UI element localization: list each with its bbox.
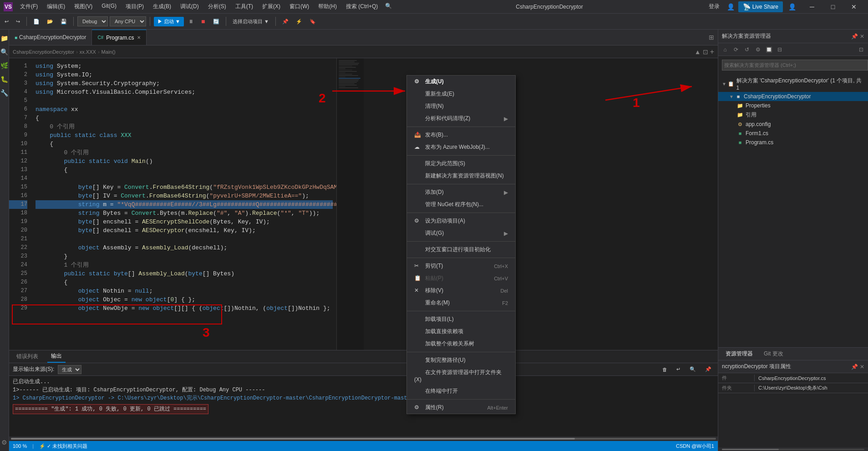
output-scrollbar[interactable] — [9, 436, 718, 441]
project-node[interactable]: ▼ ■ CsharpEncryptionDecryptor — [718, 92, 868, 101]
properties-pin-button[interactable]: 📌 — [851, 364, 858, 370]
activity-search[interactable]: 🔍 — [0, 45, 9, 59]
properties-scrollbar[interactable] — [718, 447, 868, 451]
start-button[interactable]: ▶ 启动 ▼ — [154, 17, 184, 26]
activity-extensions[interactable]: 🔧 — [0, 86, 9, 100]
menu-window[interactable]: 窗口(W) — [286, 1, 313, 12]
ctx-publish-azure[interactable]: ☁发布为 Azure WebJob(J)... — [407, 141, 515, 153]
stop-button[interactable]: ⏹ — [198, 17, 208, 25]
project-tab[interactable]: ■ CsharpEncryptionDecryptor — [9, 30, 92, 45]
problems-status[interactable]: ⚡ ✓ 未找到相关问题 — [39, 443, 87, 450]
code-content[interactable]: using System; using System.IO; using Sys… — [32, 58, 336, 350]
ctx-analyze[interactable]: 分析和代码清理(Z) ▶ — [407, 112, 515, 125]
ctx-rename[interactable]: 重命名(M) F2 — [407, 297, 515, 309]
ctx-set-startup[interactable]: ⚙设为启动项目(A) — [407, 215, 515, 227]
tab-output[interactable]: 输出 — [47, 350, 66, 363]
ctx-new-view[interactable]: 新建解决方案资源管理器视图(N) — [407, 170, 515, 182]
open-button[interactable]: 📂 — [44, 17, 56, 26]
profiler-button[interactable]: ⚡ — [293, 17, 305, 26]
tab-close-button[interactable]: ✕ — [137, 35, 141, 40]
find-in-output-button[interactable]: 🔍 — [687, 365, 699, 374]
menu-help[interactable]: 帮助(H) — [315, 1, 340, 12]
breadcrumb-method[interactable]: Main() — [102, 49, 116, 55]
ctx-publish[interactable]: 📤发布(B)... — [407, 129, 515, 141]
program-node[interactable]: ■ Program.cs — [718, 138, 868, 147]
ctx-load-deps[interactable]: 加载直接依赖项 — [407, 325, 515, 338]
collapse-panel-button[interactable]: ▲ — [695, 48, 701, 56]
live-share-button[interactable]: 📡 Live Share — [738, 1, 783, 12]
ctx-debug[interactable]: 调试(G) ▶ — [407, 227, 515, 239]
ctx-build[interactable]: ⚙生成(U) — [407, 76, 515, 88]
ctx-scope[interactable]: 限定为此范围(S) — [407, 157, 515, 170]
code-editor[interactable]: 1 2 3 4 5 6 7 8 9 10 11 12 13 14 15 16 1 — [9, 58, 364, 350]
maximize-button[interactable]: □ — [822, 0, 843, 14]
ctx-load-all-deps[interactable]: 加载整个依赖关系树 — [407, 338, 515, 350]
lock-output-button[interactable]: 📌 — [702, 365, 714, 374]
ctx-init-interactive[interactable]: 对交互窗口进行项目初始化 — [407, 243, 515, 256]
close-editor-button[interactable]: + — [710, 48, 714, 56]
appconfig-node[interactable]: ⚙ app.config — [718, 120, 868, 129]
debug-config-select[interactable]: Debug — [77, 16, 108, 26]
ctx-clean[interactable]: 清理(N) — [407, 100, 515, 112]
attach-button[interactable]: 📌 — [279, 17, 291, 26]
menu-edit[interactable]: 编辑(E) — [43, 1, 69, 12]
menu-build[interactable]: 生成(B) — [149, 1, 175, 12]
properties-node[interactable]: 📁 Properties — [718, 101, 868, 110]
solution-refresh-button[interactable]: ↺ — [742, 45, 752, 55]
solution-maximize-button[interactable]: ⊡ — [856, 45, 866, 55]
encoding-status[interactable]: CSDN @W小司1 — [676, 443, 714, 450]
menu-project[interactable]: 项目(P) — [122, 1, 147, 12]
zoom-status[interactable]: 100 % — [13, 443, 27, 449]
activity-debug[interactable]: 🐛 — [0, 72, 9, 86]
undo-button[interactable]: ↩ — [2, 17, 11, 26]
solution-node[interactable]: ▼ 📋 解决方案 'CsharpEncryptionDecryptor' (1 … — [718, 76, 868, 92]
tab-git-changes[interactable]: Git 更改 — [760, 348, 787, 360]
maximize-editor-button[interactable]: ⊡ — [703, 48, 708, 56]
menu-tools[interactable]: 工具(T) — [232, 1, 257, 12]
properties-scroll-thumb[interactable] — [722, 449, 779, 450]
solution-search-input[interactable] — [722, 60, 868, 71]
ctx-remove[interactable]: ✕移除(V) Del — [407, 284, 515, 297]
menu-analyze[interactable]: 分析(S) — [204, 1, 230, 12]
activity-settings[interactable]: ⚙ — [0, 436, 9, 449]
bookmark-button[interactable]: 🔖 — [307, 17, 319, 26]
output-source-select[interactable]: 生成 — [58, 365, 81, 374]
redo-button[interactable]: ↪ — [13, 17, 23, 26]
activity-git[interactable]: 🌿 — [0, 59, 9, 72]
menu-extensions[interactable]: 扩展(X) — [259, 1, 284, 12]
form1-node[interactable]: ■ Form1.cs — [718, 129, 868, 138]
select-startup-button[interactable]: 选择启动项目 ▼ — [230, 17, 272, 26]
scrollbar-thumb[interactable] — [11, 438, 575, 440]
menu-search[interactable]: 搜索 (Ctrl+Q) — [342, 1, 381, 12]
menu-file[interactable]: 文件(F) — [16, 1, 41, 12]
sign-in-button[interactable]: 登录 — [705, 1, 723, 12]
ctx-unload[interactable]: 卸载项目(L) — [407, 313, 515, 325]
solution-sync-button[interactable]: ⟳ — [731, 45, 741, 55]
ctx-cut[interactable]: ✂剪切(T) Ctrl+X — [407, 260, 515, 272]
ctx-properties[interactable]: ⚙属性(R) Alt+Enter — [407, 401, 515, 414]
breadcrumb-namespace[interactable]: xx.XXX — [80, 49, 96, 55]
solution-view-button[interactable]: 🔲 — [764, 45, 774, 55]
tab-program-cs[interactable]: C# Program.cs ✕ — [92, 30, 146, 45]
ctx-open-terminal[interactable]: 在终端中打开 — [407, 385, 515, 397]
menu-view[interactable]: 视图(V) — [71, 1, 96, 12]
split-editor-button[interactable]: ⊞ — [709, 34, 714, 41]
ctx-paste[interactable]: 📋粘贴(P) Ctrl+V — [407, 272, 515, 284]
ctx-copy-path[interactable]: 复制完整路径(U) — [407, 354, 515, 366]
solution-settings-button[interactable]: ⚙ — [753, 45, 763, 55]
tab-resource-manager[interactable]: 资源管理器 — [722, 348, 756, 360]
word-wrap-button[interactable]: ↵ — [674, 365, 683, 374]
activity-explorer[interactable]: 📁 — [0, 31, 9, 45]
ctx-rebuild[interactable]: 重新生成(E) — [407, 88, 515, 100]
menu-debug[interactable]: 调试(D) — [177, 1, 203, 12]
new-project-button[interactable]: 📄 — [30, 17, 42, 26]
ctx-open-folder[interactable]: 在文件资源管理器中打开文件夹(X) — [407, 366, 515, 385]
tab-errors[interactable]: 错误列表 — [13, 351, 42, 362]
solution-home-button[interactable]: ⌂ — [720, 45, 730, 55]
platform-select[interactable]: Any CPU — [110, 16, 146, 26]
save-button[interactable]: 💾 — [58, 17, 70, 26]
pin-button[interactable]: 📌 — [851, 33, 858, 40]
ctx-nuget[interactable]: 管理 NuGet 程序包(N)... — [407, 198, 515, 211]
properties-close-button[interactable]: ✕ — [860, 364, 864, 370]
solution-close-button[interactable]: ✕ — [860, 33, 864, 40]
